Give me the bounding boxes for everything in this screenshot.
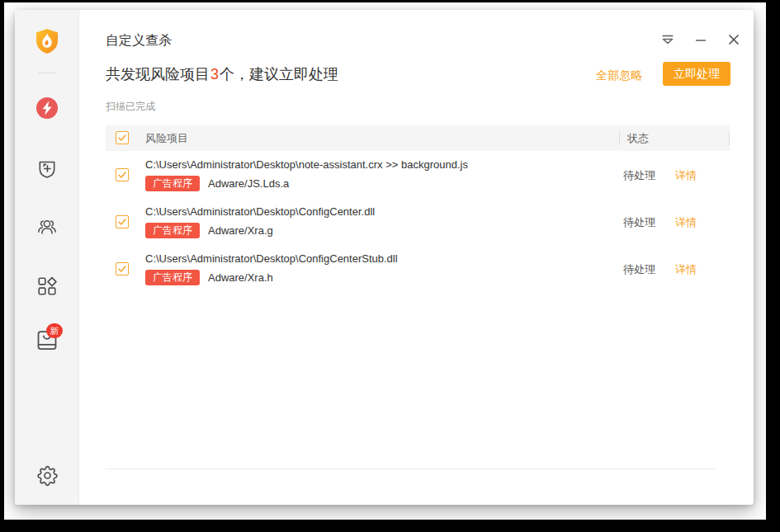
people-icon: [35, 215, 59, 240]
risk-threat-line: 广告程序 Adware/Xra.g: [145, 223, 375, 238]
handle-now-button[interactable]: 立即处理: [663, 62, 730, 86]
row-checkbox[interactable]: [116, 215, 129, 228]
select-all-checkbox[interactable]: [116, 131, 129, 144]
status-text: 待处理: [623, 168, 655, 183]
sidebar-item-settings[interactable]: [15, 464, 79, 490]
sidebar-divider: [38, 73, 56, 73]
new-feature-badge: 新: [46, 323, 63, 338]
ignore-all-button[interactable]: 全部忽略: [596, 68, 642, 83]
status-text: 待处理: [623, 215, 655, 230]
risk-file-path: C:\Users\Administrator\Desktop\ConfigCen…: [145, 205, 375, 219]
risk-item-detail: C:\Users\Administrator\Desktop\ConfigCen…: [145, 252, 398, 285]
sidebar-item-scan[interactable]: [15, 97, 79, 123]
column-header-status: 状态: [627, 125, 649, 151]
risk-file-path: C:\Users\Administrator\Desktop\note-assi…: [145, 158, 468, 172]
risk-file-path: C:\Users\Administrator\Desktop\ConfigCen…: [145, 252, 398, 266]
column-separator: [729, 131, 730, 145]
risk-summary-prefix: 共发现风险项目: [106, 66, 210, 82]
scan-status-text: 扫描已完成: [106, 100, 155, 114]
threat-type-badge: 广告程序: [145, 270, 200, 285]
threat-type-badge: 广告程序: [145, 223, 200, 238]
table-row: C:\Users\Administrator\Desktop\ConfigCen…: [106, 245, 730, 292]
risk-count: 3: [210, 66, 220, 82]
details-link[interactable]: 详情: [675, 215, 697, 230]
sidebar-item-protection[interactable]: [15, 158, 79, 183]
window-controls: [660, 33, 740, 46]
threat-name: Adware/Xra.h: [208, 271, 273, 284]
risk-threat-line: 广告程序 Adware/Xra.h: [145, 270, 398, 285]
table-row: C:\Users\Administrator\Desktop\note-assi…: [106, 151, 730, 198]
threat-type-badge: 广告程序: [145, 176, 200, 191]
flame-shield-logo-icon: [35, 28, 59, 58]
threat-name: Adware/Xra.g: [208, 224, 273, 237]
gear-icon: [36, 464, 59, 490]
risk-item-detail: C:\Users\Administrator\Desktop\note-assi…: [145, 158, 468, 191]
sidebar-item-toolbox[interactable]: [15, 275, 79, 300]
grid-diamond-icon: [36, 275, 58, 300]
row-checkbox[interactable]: [116, 168, 129, 181]
risk-summary-suffix: 个，建议立即处理: [220, 66, 338, 82]
shield-plus-icon: [36, 158, 58, 183]
column-separator: [619, 131, 620, 145]
table-row: C:\Users\Administrator\Desktop\ConfigCen…: [106, 198, 730, 245]
main-menu-icon[interactable]: [660, 33, 674, 46]
row-checkbox[interactable]: [116, 262, 129, 275]
details-link[interactable]: 详情: [675, 262, 697, 277]
minimize-icon[interactable]: [693, 33, 707, 46]
sidebar: 新: [15, 10, 79, 505]
risk-item-detail: C:\Users\Administrator\Desktop\ConfigCen…: [145, 205, 375, 238]
app-logo: [15, 28, 79, 58]
page-title: 自定义查杀: [106, 32, 172, 49]
bottom-divider: [106, 468, 716, 469]
app-window: 新 自定义查杀: [15, 10, 754, 505]
risk-table: 风险项目 状态 C:\Users\Administrator\Desktop\n…: [106, 125, 730, 292]
lightning-circle-icon: [35, 97, 59, 123]
details-link[interactable]: 详情: [675, 168, 697, 183]
status-text: 待处理: [623, 262, 655, 277]
sidebar-item-trust-zone[interactable]: [15, 215, 79, 240]
table-header: 风险项目 状态: [106, 125, 730, 151]
threat-name: Adware/JS.Lds.a: [208, 177, 289, 190]
desktop-background: 新 自定义查杀: [4, 2, 766, 520]
risk-threat-line: 广告程序 Adware/JS.Lds.a: [145, 176, 468, 191]
risk-summary: 共发现风险项目3个，建议立即处理: [106, 64, 338, 84]
close-icon[interactable]: [726, 33, 740, 46]
column-header-risk: 风险项目: [145, 125, 188, 151]
